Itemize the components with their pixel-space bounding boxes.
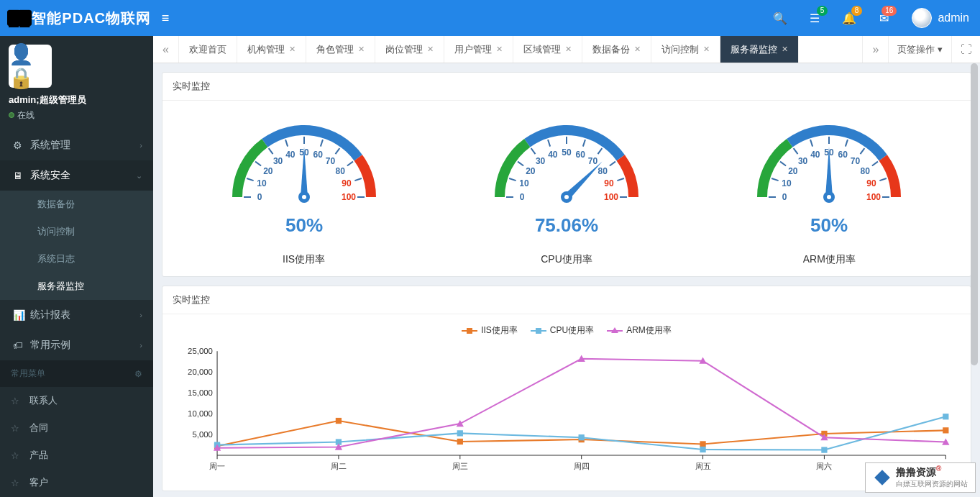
gauge-chart: 010203040506070809010050% [218,111,390,247]
tab-label: 服务器监控 [731,43,777,56]
menu-item-2[interactable]: 📊统计报表› [0,300,153,330]
svg-text:10: 10 [257,178,267,188]
svg-text:周六: 周六 [816,462,832,470]
submenu-item[interactable]: 服务器监控 [0,273,153,300]
legend-symbol [462,327,477,334]
chart-legend: IIS使用率CPU使用率ARM使用率 [173,324,961,337]
tab-scroll-left-icon[interactable]: « [153,36,179,63]
svg-text:100: 100 [866,192,881,202]
svg-line-58 [794,148,798,154]
svg-text:90: 90 [342,178,352,188]
menu-item-1[interactable]: 🖥系统安全⌄ [0,160,153,191]
mail-icon[interactable]: ✉16 [866,0,901,36]
bell-icon[interactable]: 🔔8 [832,0,866,36]
legend-label: ARM使用率 [626,324,672,337]
tab[interactable]: 机构管理✕ [237,36,306,63]
sidebar-toggle-icon[interactable]: ≡ [151,11,180,26]
close-icon[interactable]: ✕ [358,45,365,54]
tasks-icon[interactable]: ☰5 [797,0,832,36]
svg-text:70: 70 [325,156,335,166]
svg-text:周一: 周一 [209,462,225,470]
legend-item[interactable]: CPU使用率 [531,324,594,337]
close-icon[interactable]: ✕ [703,45,710,54]
menu-item-0[interactable]: ⚙系统管理› [0,130,153,160]
username-label: admin [938,12,969,24]
svg-text:10: 10 [519,178,529,188]
favorites-header: 常用菜单 ⚙ [0,360,153,387]
gear-icon[interactable]: ⚙ [134,369,142,379]
close-icon[interactable]: ✕ [565,45,572,54]
gauge-wrap: 010203040506070809010075.06%CPU使用率 [480,111,653,266]
gauge-wrap: 010203040506070809010050%IIS使用率 [218,111,390,266]
tab-label: 角色管理 [316,43,354,56]
menu-icon: ⚙ [13,140,30,151]
svg-line-44 [617,178,624,181]
svg-text:30: 30 [536,156,546,166]
menu-icon: 📊 [13,309,30,321]
favorite-item[interactable]: ☆产品 [0,442,153,469]
menu-item-3[interactable]: 🏷常用示例› [0,330,153,360]
tab-scroll-right-icon[interactable]: » [862,36,888,63]
avatar [912,8,932,28]
svg-text:5,000: 5,000 [192,430,212,439]
gauge-chart: 010203040506070809010050% [743,111,915,247]
legend-symbol [607,327,623,334]
line-chart-panel: 实时监控 IIS使用率CPU使用率ARM使用率 5,00010,00015,00… [162,286,971,491]
svg-point-76 [827,195,831,199]
favorite-item[interactable]: ☆客户 [0,469,153,496]
svg-rect-105 [943,427,948,433]
chevron-icon: › [139,311,142,319]
svg-text:60: 60 [313,150,323,160]
tab[interactable]: 服务器监控✕ [720,36,799,63]
svg-text:40: 40 [548,150,558,160]
svg-rect-111 [821,447,827,452]
legend-item[interactable]: IIS使用率 [462,324,518,337]
chevron-icon: › [139,341,142,350]
main-area: « 欢迎首页机构管理✕角色管理✕岗位管理✕用户管理✕区域管理✕数据备份✕访问控制… [153,36,980,497]
favorite-item[interactable]: ☆联系人 [0,387,153,414]
svg-text:0: 0 [782,192,787,202]
panel-title: 实时监控 [162,286,971,314]
svg-text:50: 50 [562,147,572,158]
menu-icon: 🏷 [13,339,30,351]
close-icon[interactable]: ✕ [782,45,788,54]
fullscreen-icon[interactable]: ⛶ [951,36,980,63]
legend-item[interactable]: ARM使用率 [607,324,672,337]
tab[interactable]: 区域管理✕ [513,36,582,63]
tab[interactable]: 数据备份✕ [582,36,651,63]
star-icon: ☆ [11,478,19,488]
tab[interactable]: 欢迎首页 [179,36,237,63]
svg-line-12 [321,140,323,147]
search-icon[interactable]: 🔍 [763,0,797,36]
svg-text:100: 100 [604,192,618,202]
close-icon[interactable]: ✕ [496,45,503,54]
submenu-item[interactable]: 系统日志 [0,245,153,273]
gauge-label: CPU使用率 [480,253,653,266]
svg-point-24 [302,195,306,199]
menu-label: 系统安全 [30,169,70,182]
svg-line-68 [872,162,878,166]
tab-label: 访问控制 [661,43,699,56]
submenu-item[interactable]: 访问控制 [0,218,153,245]
gauges-panel: 实时监控 010203040506070809010050%IIS使用率0102… [162,72,971,277]
tab[interactable]: 岗位管理✕ [375,36,444,63]
scrollbar[interactable] [971,63,978,497]
tab-operations-menu[interactable]: 页签操作 ▾ [888,36,951,63]
tab[interactable]: 用户管理✕ [444,36,513,63]
app-header: ██智能PDAC物联网 ≡ 🔍 ☰5 🔔8 ✉16 admin [0,0,980,36]
close-icon[interactable]: ✕ [427,45,434,54]
submenu-item[interactable]: 数据备份 [0,191,153,218]
close-icon[interactable]: ✕ [634,45,641,54]
tab[interactable]: 角色管理✕ [306,36,375,63]
svg-line-28 [509,178,516,181]
favorite-item[interactable]: ☆合同 [0,414,153,442]
gauge-chart: 010203040506070809010075.06% [480,111,653,247]
gauge-label: IIS使用率 [218,253,390,266]
svg-text:30: 30 [798,156,808,166]
svg-text:25,000: 25,000 [188,347,213,355]
tab-label: 数据备份 [592,43,630,56]
close-icon[interactable]: ✕ [289,45,296,54]
tab[interactable]: 访问控制✕ [651,36,720,63]
svg-text:80: 80 [597,166,608,176]
user-menu[interactable]: admin [901,8,980,28]
